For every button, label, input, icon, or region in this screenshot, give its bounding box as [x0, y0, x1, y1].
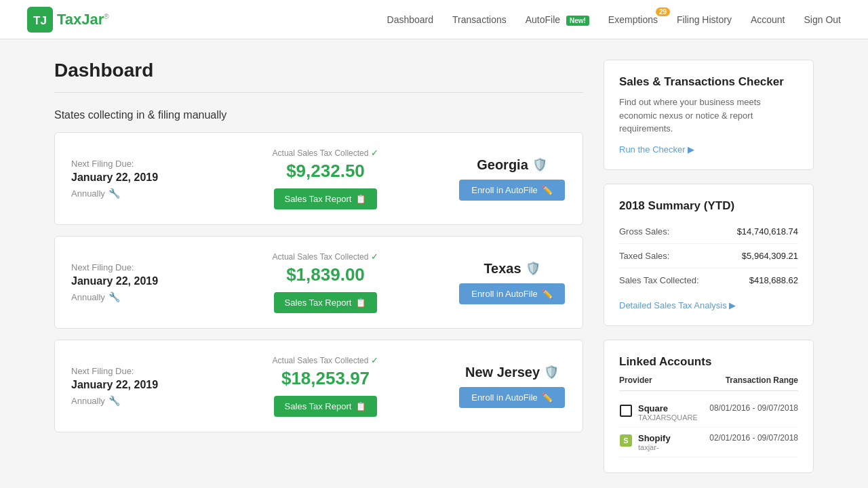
report-icon-texas: 📋: [355, 298, 366, 308]
sales-tax-report-btn-new-jersey[interactable]: Sales Tax Report 📋: [274, 396, 378, 417]
nav-account[interactable]: Account: [751, 14, 785, 25]
nav-links: Dashboard Transactions AutoFile New! Exe…: [387, 14, 841, 25]
shopify-name: Shopify: [638, 433, 671, 443]
card-middle-texas: Actual Sales Tax Collected ✓ $1,839.00 S…: [264, 251, 387, 313]
checker-title: Sales & Transactions Checker: [619, 75, 798, 89]
next-filing-date-texas: January 22, 2019: [71, 275, 193, 287]
checker-description: Find out where your business meets econo…: [619, 96, 798, 136]
title-divider: [54, 92, 583, 93]
check-icon-georgia: ✓: [371, 148, 378, 158]
account-details-square: Square TAXJARSQUARE: [638, 403, 698, 422]
exemptions-count-badge: 29: [656, 7, 670, 16]
sales-tax-collected-value: $418,688.62: [749, 275, 798, 285]
state-card-new-jersey: Next Filing Due: January 22, 2019 Annual…: [54, 340, 583, 432]
taxed-sales-value: $5,964,309.21: [742, 251, 798, 261]
enroll-btn-new-jersey[interactable]: Enroll in AutoFile ✏️: [459, 387, 565, 408]
card-middle-georgia: Actual Sales Tax Collected ✓ $9,232.50 S…: [264, 148, 387, 209]
wrench-icon-texas: 🔧: [108, 291, 120, 302]
next-filing-date-georgia: January 22, 2019: [71, 171, 193, 184]
nav-exemptions[interactable]: Exemptions: [608, 14, 658, 25]
check-icon-new-jersey: ✓: [371, 355, 378, 365]
account-info-shopify: S Shopify taxjar-: [619, 433, 671, 451]
account-row-square: Square TAXJARSQUARE 08/01/2016 - 09/07/2…: [619, 398, 798, 428]
enroll-icon-texas: ✏️: [542, 289, 553, 299]
section-heading: States collecting in & filing manually: [54, 109, 583, 121]
shopify-range: 02/01/2016 - 09/07/2018: [709, 433, 798, 443]
summary-row-collected: Sales Tax Collected: $418,688.62: [619, 268, 798, 292]
nav-autofile[interactable]: AutoFile New!: [526, 14, 589, 25]
frequency-georgia: Annually 🔧: [71, 188, 193, 199]
shopify-sub: taxjar-: [638, 443, 671, 451]
new-badge: New!: [566, 16, 589, 26]
shield-icon-texas: 🛡️: [526, 261, 540, 276]
linked-accounts-cols: Provider Transaction Range: [619, 375, 798, 391]
collected-amount-texas: $1,839.00: [264, 264, 387, 285]
brand: TJ TaxJar®: [27, 7, 109, 33]
collected-label-texas: Actual Sales Tax Collected ✓: [264, 251, 387, 262]
sales-tax-report-btn-texas[interactable]: Sales Tax Report 📋: [274, 292, 378, 313]
state-name-georgia: Georgia 🛡️: [458, 157, 566, 173]
nav-filing-history[interactable]: Filing History: [677, 14, 732, 25]
shield-icon-new-jersey: 🛡️: [544, 365, 559, 380]
summary-title: 2018 Summary (YTD): [619, 199, 798, 213]
arrow-right-icon: ▶: [688, 144, 694, 155]
page-title: Dashboard: [54, 60, 583, 81]
wrench-icon-georgia: 🔧: [108, 188, 120, 199]
next-filing-label-georgia: Next Filing Due:: [71, 159, 193, 169]
frequency-new-jersey: Annually 🔧: [71, 395, 193, 406]
next-filing-date-new-jersey: January 22, 2019: [71, 379, 193, 391]
nav-transactions[interactable]: Transactions: [452, 14, 507, 25]
sales-tax-report-btn-georgia[interactable]: Sales Tax Report 📋: [274, 188, 378, 209]
brand-name: TaxJar®: [57, 11, 109, 28]
square-name: Square: [638, 403, 698, 413]
taxed-sales-label: Taxed Sales:: [619, 251, 669, 261]
account-details-shopify: Shopify taxjar-: [638, 433, 671, 451]
card-right-georgia: Georgia 🛡️ Enroll in AutoFile ✏️: [458, 157, 566, 201]
enroll-icon-new-jersey: ✏️: [542, 392, 553, 403]
collected-amount-new-jersey: $18,253.97: [264, 368, 387, 389]
card-right-new-jersey: New Jersey 🛡️ Enroll in AutoFile ✏️: [458, 365, 566, 408]
square-range: 08/01/2016 - 09/07/2018: [709, 403, 798, 413]
provider-col-header: Provider: [619, 375, 726, 385]
brand-logo: TJ: [27, 7, 53, 33]
state-card-texas: Next Filing Due: January 22, 2019 Annual…: [54, 236, 583, 329]
linked-accounts-title: Linked Accounts: [619, 355, 798, 369]
run-checker-link[interactable]: Run the Checker ▶: [619, 144, 694, 155]
enroll-btn-texas[interactable]: Enroll in AutoFile ✏️: [459, 283, 565, 304]
enroll-btn-georgia[interactable]: Enroll in AutoFile ✏️: [459, 180, 565, 201]
navbar: TJ TaxJar® Dashboard Transactions AutoFi…: [0, 0, 868, 39]
card-left-georgia: Next Filing Due: January 22, 2019 Annual…: [71, 159, 193, 199]
linked-accounts-panel: Linked Accounts Provider Transaction Ran…: [604, 340, 814, 473]
analysis-arrow-icon: ▶: [729, 300, 736, 310]
enroll-icon-georgia: ✏️: [542, 185, 553, 195]
nav-signout[interactable]: Sign Out: [804, 14, 841, 25]
summary-panel: 2018 Summary (YTD) Gross Sales: $14,740,…: [604, 184, 814, 326]
summary-row-taxed: Taxed Sales: $5,964,309.21: [619, 244, 798, 268]
state-card-georgia: Next Filing Due: January 22, 2019 Annual…: [54, 132, 583, 225]
collected-label-new-jersey: Actual Sales Tax Collected ✓: [264, 355, 387, 365]
check-icon-texas: ✓: [371, 251, 378, 262]
account-row-shopify: S Shopify taxjar- 02/01/2016 - 09/07/201…: [619, 428, 798, 458]
shield-icon-georgia: 🛡️: [532, 157, 547, 172]
next-filing-label-new-jersey: Next Filing Due:: [71, 366, 193, 376]
state-name-new-jersey: New Jersey 🛡️: [458, 365, 566, 380]
collected-label-georgia: Actual Sales Tax Collected ✓: [264, 148, 387, 158]
report-icon-new-jersey: 📋: [355, 401, 366, 411]
nav-exemptions-wrap: Exemptions 29: [608, 14, 658, 25]
account-info-square: Square TAXJARSQUARE: [619, 403, 698, 422]
checker-panel: Sales & Transactions Checker Find out wh…: [604, 60, 814, 170]
square-icon: [619, 404, 633, 418]
nav-dashboard[interactable]: Dashboard: [387, 14, 434, 25]
detailed-analysis-link[interactable]: Detailed Sales Tax Analysis ▶: [619, 300, 798, 310]
wrench-icon-new-jersey: 🔧: [108, 395, 120, 406]
main-wrap: Dashboard States collecting in & filing …: [27, 39, 841, 488]
shopify-icon: S: [619, 434, 633, 447]
card-middle-new-jersey: Actual Sales Tax Collected ✓ $18,253.97 …: [264, 355, 387, 417]
card-left-new-jersey: Next Filing Due: January 22, 2019 Annual…: [71, 366, 193, 406]
sales-tax-collected-label: Sales Tax Collected:: [619, 275, 699, 285]
gross-sales-value: $14,740,618.74: [737, 226, 798, 237]
gross-sales-label: Gross Sales:: [619, 226, 669, 237]
next-filing-label-texas: Next Filing Due:: [71, 262, 193, 272]
frequency-texas: Annually 🔧: [71, 291, 193, 302]
right-col: Sales & Transactions Checker Find out wh…: [604, 60, 814, 487]
